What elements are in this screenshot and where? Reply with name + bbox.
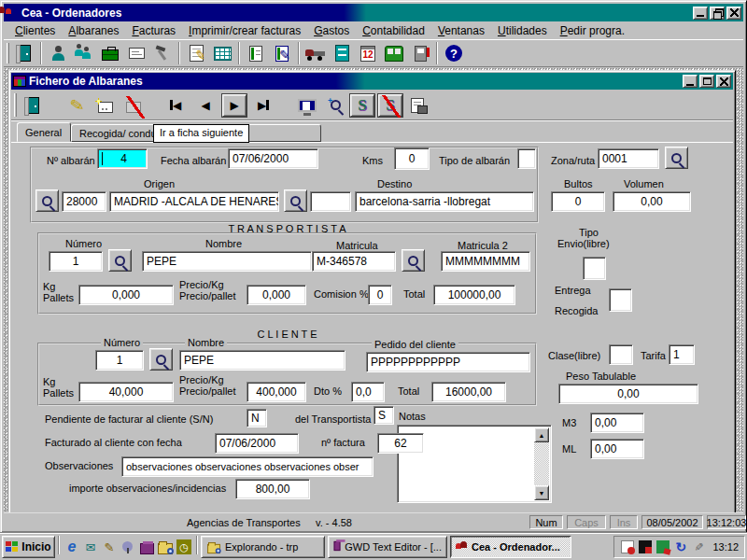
bus-button[interactable] <box>381 41 407 65</box>
matricula-search-button[interactable] <box>402 249 425 272</box>
transportista-kg-field[interactable]: 0,000 <box>78 285 174 305</box>
scheduler-quicklaunch-icon[interactable]: ◷ <box>175 538 193 556</box>
transportista-precio-field[interactable]: 0,000 <box>247 285 306 305</box>
transportista-nombre-field[interactable]: PEPE <box>142 251 312 272</box>
menu-contabilidad[interactable]: Contabilidad <box>356 22 431 39</box>
kms-field[interactable]: 0 <box>394 147 430 170</box>
clients-button[interactable] <box>45 41 71 65</box>
inner-toolbar-grip[interactable] <box>14 93 17 117</box>
truck-button[interactable] <box>303 41 329 65</box>
cliente-precio-field[interactable]: 400,000 <box>247 382 306 402</box>
tab-general[interactable]: General <box>17 122 71 142</box>
zona-search-button[interactable] <box>665 147 688 169</box>
edit-report-button[interactable]: ✎ <box>269 41 295 65</box>
tipo-envio-field[interactable] <box>583 257 606 280</box>
s-toggle-button[interactable]: S <box>350 94 374 117</box>
channels-quicklaunch-icon[interactable] <box>119 538 137 556</box>
pendiente-field[interactable]: N <box>247 409 267 427</box>
dto-field[interactable]: 0,0 <box>351 382 385 402</box>
inner-maximize-button[interactable] <box>699 75 714 88</box>
destino-search-button[interactable] <box>284 189 307 212</box>
pedido-cliente-field[interactable]: PPPPPPPPPPPP <box>366 352 530 372</box>
ml-field[interactable]: 0,00 <box>590 439 644 459</box>
importe-observaciones-field[interactable]: 800,00 <box>235 479 310 499</box>
export-print-button[interactable] <box>404 92 430 118</box>
peso-tabulable-field[interactable]: 0,00 <box>558 384 698 404</box>
observaciones-field[interactable]: observaciones observaciones observacione… <box>121 456 374 477</box>
cliente-total-field[interactable]: 16000,00 <box>431 382 506 402</box>
delete-record-button[interactable] <box>120 92 147 118</box>
compose-quicklaunch-icon[interactable]: ✎ <box>100 538 119 556</box>
menu-ventanas[interactable]: Ventanas <box>431 22 491 39</box>
calendar-button[interactable]: 12 <box>355 41 381 65</box>
origen-codigo-field[interactable]: 28000 <box>62 191 106 212</box>
notas-scrollbar[interactable]: ▲ ▼ <box>534 427 549 500</box>
previous-record-button[interactable]: ◀ <box>191 93 219 118</box>
origen-search-button[interactable] <box>35 189 59 212</box>
entrega-recogida-field[interactable] <box>609 288 632 312</box>
zona-ruta-field[interactable]: 0001 <box>598 148 659 169</box>
exit-button[interactable] <box>11 41 37 65</box>
task-explorando[interactable]: Explorando - trp <box>201 536 325 558</box>
report-button[interactable] <box>243 41 269 65</box>
facturado-fecha-field[interactable]: 07/06/2000 <box>215 433 299 454</box>
comision-field[interactable]: 0 <box>368 285 392 305</box>
fuel-button[interactable] <box>407 41 433 65</box>
tray-pen-icon[interactable]: ✎ <box>691 539 706 554</box>
ie-quicklaunch-icon[interactable]: e <box>63 538 81 556</box>
start-button[interactable]: Inicio <box>2 536 55 558</box>
destino-codigo-field[interactable] <box>310 191 351 212</box>
tipo-albaran-field[interactable] <box>517 148 536 169</box>
matricula2-field[interactable]: MMMMMMMM <box>441 251 530 272</box>
tarifa-field[interactable]: 1 <box>669 344 695 365</box>
volumen-field[interactable]: 0,00 <box>613 191 691 212</box>
cliente-numero-field[interactable]: 1 <box>95 350 144 371</box>
cliente-nombre-field[interactable]: PEPE <box>179 350 345 371</box>
transportista-numero-field[interactable]: 1 <box>49 251 103 272</box>
del-transportista-field[interactable]: S <box>374 406 394 425</box>
toolbar-grip[interactable] <box>7 43 9 63</box>
clase-field[interactable] <box>609 344 633 365</box>
task-cea-ordenadores[interactable]: Cea - Ordenador... <box>450 536 571 558</box>
cliente-kg-field[interactable]: 40,000 <box>78 382 174 402</box>
scroll-down-button[interactable]: ▼ <box>534 485 549 500</box>
menu-albaranes[interactable]: Albaranes <box>62 22 125 39</box>
tray-refresh-icon[interactable]: ↻ <box>673 539 688 554</box>
preview-button[interactable] <box>294 92 320 118</box>
tools-button[interactable] <box>149 41 176 65</box>
close-file-button[interactable] <box>20 92 46 118</box>
first-record-button[interactable]: ◀ <box>162 93 190 118</box>
messages-button[interactable] <box>123 41 149 65</box>
new-record-button[interactable] <box>92 92 119 118</box>
zoom-button[interactable]: + <box>322 92 348 118</box>
help-button[interactable]: ? <box>441 41 467 65</box>
briefcase-button[interactable] <box>97 41 123 65</box>
transportista-search-button[interactable] <box>108 249 132 272</box>
tray-scheduler-icon[interactable] <box>620 539 635 554</box>
menu-gastos[interactable]: Gastos <box>307 22 356 39</box>
origen-field[interactable]: MADRID -ALCALA DE HENARES <box>109 191 279 212</box>
minimize-button[interactable] <box>693 7 708 20</box>
num-albaran-field[interactable]: 4 <box>97 148 148 169</box>
cabinet-button[interactable] <box>329 41 355 65</box>
menu-imprimir[interactable]: Imprimir/crear facturas <box>182 22 307 39</box>
table-button[interactable] <box>209 41 235 65</box>
s-off-button[interactable]: S <box>378 94 402 117</box>
mail-quicklaunch-icon[interactable]: ✉ <box>81 538 100 556</box>
restore-button[interactable] <box>710 7 725 20</box>
m3-field[interactable]: 0,00 <box>590 413 644 433</box>
invoice-pad-button[interactable]: ✎ <box>183 41 209 65</box>
explorer-quicklaunch-icon[interactable] <box>156 538 175 556</box>
task-gwd-editor[interactable]: GWD Text Editor - [... <box>328 536 447 558</box>
workers-button[interactable] <box>71 41 97 65</box>
transportista-total-field[interactable]: 100000,00 <box>433 285 515 305</box>
tray-sync-icon[interactable] <box>655 539 670 554</box>
menu-clientes[interactable]: Clientes <box>8 22 62 39</box>
inner-minimize-button[interactable] <box>683 75 698 88</box>
matricula-field[interactable]: M-346578 <box>312 251 396 272</box>
tray-scanner-icon[interactable] <box>638 539 653 554</box>
organizer-quicklaunch-icon[interactable] <box>137 538 156 556</box>
inner-close-button[interactable] <box>716 75 731 88</box>
close-button[interactable] <box>726 7 741 20</box>
cliente-search-button[interactable] <box>149 348 173 371</box>
